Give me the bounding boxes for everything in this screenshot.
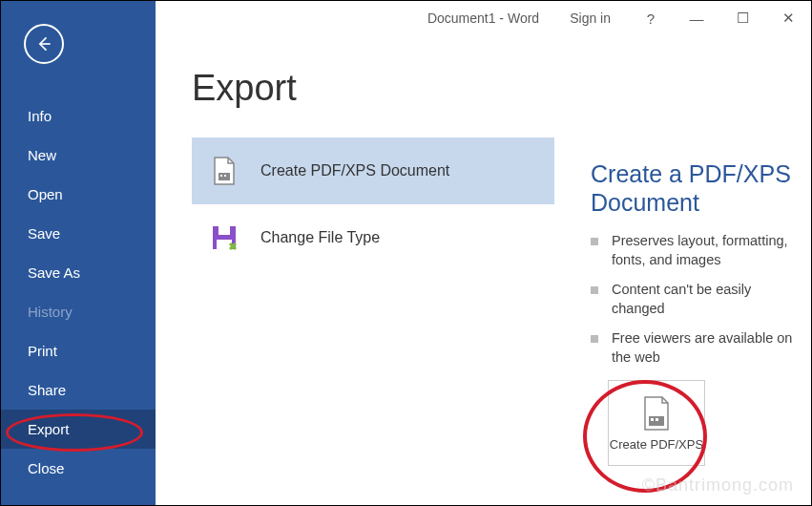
create-pdf-xps-button[interactable]: Create PDF/XPS [608, 380, 705, 466]
save-disk-icon [209, 222, 239, 253]
feature-text: Preserves layout, formatting, fonts, and… [612, 232, 796, 269]
sign-in-link[interactable]: Sign in [560, 11, 620, 26]
option-create-pdf-xps[interactable]: Create PDF/XPS Document [192, 137, 554, 204]
svg-rect-2 [220, 175, 222, 177]
feature-item: Content can't be easily changed [591, 281, 796, 318]
sidebar-item-export[interactable]: Export [1, 410, 156, 449]
feature-item: Free viewers are available on the web [591, 329, 796, 367]
back-button[interactable] [24, 24, 64, 64]
svg-rect-9 [656, 418, 658, 421]
feature-text: Free viewers are available on the web [612, 329, 796, 367]
sidebar-item-history: History [1, 292, 156, 331]
feature-item: Preserves layout, formatting, fonts, and… [591, 232, 796, 269]
option-label: Change File Type [260, 229, 380, 246]
svg-rect-5 [219, 226, 230, 235]
help-button[interactable]: ? [628, 1, 674, 35]
backstage-sidebar: Info New Open Save Save As History Print… [1, 1, 156, 505]
right-panel-title: Create a PDF/XPS Document [591, 159, 796, 217]
sidebar-item-share[interactable]: Share [1, 370, 156, 410]
svg-rect-8 [651, 418, 654, 421]
minimize-button[interactable]: — [674, 1, 719, 35]
option-change-file-type[interactable]: Change File Type [192, 204, 554, 271]
right-detail-panel: Create a PDF/XPS Document Preserves layo… [591, 159, 796, 466]
back-arrow-icon [34, 34, 53, 53]
document-title: Document1 - Word [427, 11, 539, 26]
export-options: Create PDF/XPS Document Change File Type [192, 137, 554, 271]
titlebar: Document1 - Word Sign in ? — ☐ ✕ [156, 1, 811, 35]
bullet-icon [591, 335, 598, 343]
svg-rect-3 [224, 175, 226, 177]
sidebar-item-info[interactable]: Info [1, 96, 156, 136]
sidebar-item-save[interactable]: Save [1, 214, 156, 253]
feature-text: Content can't be easily changed [612, 281, 796, 318]
sidebar-item-print[interactable]: Print [1, 331, 156, 370]
sidebar-item-saveas[interactable]: Save As [1, 253, 156, 292]
sidebar-item-new[interactable]: New [1, 136, 156, 175]
page-title: Export [192, 68, 811, 109]
sidebar-item-close[interactable]: Close [1, 449, 156, 488]
option-label: Create PDF/XPS Document [260, 162, 449, 179]
bullet-icon [591, 286, 598, 294]
pdf-export-icon [641, 395, 672, 432]
feature-list: Preserves layout, formatting, fonts, and… [591, 232, 796, 367]
maximize-button[interactable]: ☐ [719, 1, 765, 35]
sidebar-item-open[interactable]: Open [1, 175, 156, 214]
pdf-document-icon [209, 156, 239, 186]
close-window-button[interactable]: ✕ [765, 1, 811, 35]
bullet-icon [591, 238, 598, 245]
create-button-label: Create PDF/XPS [610, 437, 703, 453]
